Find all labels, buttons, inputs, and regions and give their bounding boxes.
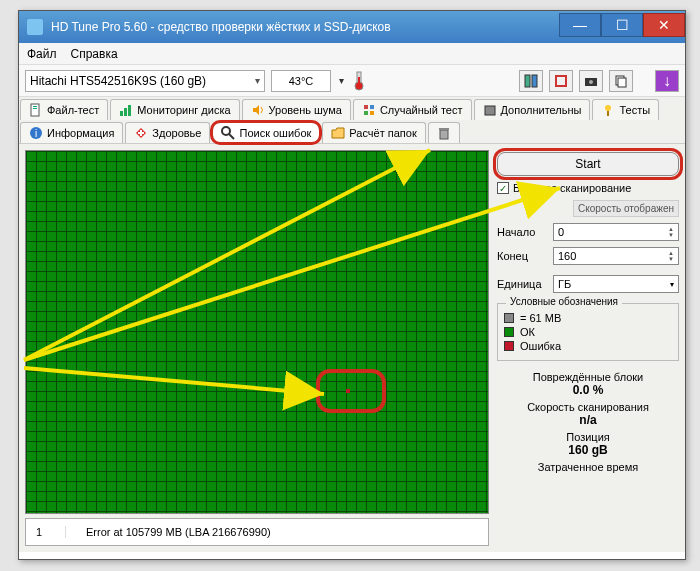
svg-rect-5 xyxy=(556,76,566,86)
menu-help[interactable]: Справка xyxy=(71,47,118,61)
damaged-value: 0.0 % xyxy=(497,383,679,397)
display-speed-button[interactable]: Скорость отображен xyxy=(573,200,679,217)
trash-icon xyxy=(437,126,451,140)
legend-title: Условные обозначения xyxy=(506,296,622,307)
svg-rect-26 xyxy=(138,132,144,134)
svg-line-28 xyxy=(229,134,234,139)
svg-point-27 xyxy=(222,127,230,135)
svg-rect-14 xyxy=(124,108,127,116)
svg-rect-22 xyxy=(607,111,609,116)
svg-rect-2 xyxy=(358,77,360,86)
svg-rect-20 xyxy=(485,106,495,115)
damaged-label: Повреждённые блоки xyxy=(497,371,679,383)
temperature-display: 43°C xyxy=(271,70,331,92)
unit-select[interactable]: ГБ xyxy=(553,275,679,293)
right-panel: Start ✓ Быстрое сканирование Скорость от… xyxy=(497,150,679,546)
svg-rect-17 xyxy=(370,105,374,109)
error-table: 1 Error at 105799 MB (LBA 216676990) xyxy=(25,518,489,546)
left-panel: 1 Error at 105799 MB (LBA 216676990) xyxy=(25,150,489,546)
minimize-button[interactable]: — xyxy=(559,13,601,37)
start-button[interactable]: Start xyxy=(497,152,679,176)
titlebar: HD Tune Pro 5.60 - средство проверки жёс… xyxy=(19,11,685,43)
svg-point-21 xyxy=(605,105,611,111)
scanspeed-value: n/a xyxy=(497,413,679,427)
folder-icon xyxy=(331,126,345,140)
window-title: HD Tune Pro 5.60 - средство проверки жёс… xyxy=(51,20,559,34)
app-icon xyxy=(27,19,43,35)
menubar: Файл Справка xyxy=(19,43,685,65)
menu-file[interactable]: Файл xyxy=(27,47,57,61)
start-input[interactable]: 0▲▼ xyxy=(553,223,679,241)
thermometer-icon xyxy=(352,71,366,91)
legend-box: Условные обозначения = 61 MB ОК Ошибка xyxy=(497,303,679,361)
time-label: Затраченное время xyxy=(497,461,679,473)
end-input[interactable]: 160▲▼ xyxy=(553,247,679,265)
tab-file-test[interactable]: Файл-тест xyxy=(20,99,108,120)
svg-rect-12 xyxy=(33,108,37,109)
close-button[interactable]: ✕ xyxy=(643,13,685,37)
unit-label: Единица xyxy=(497,278,547,290)
quick-scan-checkbox[interactable]: ✓ xyxy=(497,182,509,194)
svg-rect-3 xyxy=(525,75,530,87)
svg-rect-4 xyxy=(532,75,537,87)
tab-info[interactable]: iИнформация xyxy=(20,122,123,143)
toolbar-btn-save[interactable]: ↓ xyxy=(655,70,679,92)
quick-scan-label: Быстрое сканирование xyxy=(513,182,631,194)
error-row-num: 1 xyxy=(26,526,66,538)
maximize-button[interactable]: ☐ xyxy=(601,13,643,37)
tab-bar: Файл-тест Мониторинг диска Уровень шума … xyxy=(19,97,685,144)
legend-block: = 61 MB xyxy=(520,312,561,324)
svg-rect-13 xyxy=(120,111,123,116)
magnifier-icon xyxy=(221,126,235,140)
tab-folders[interactable]: Расчёт папок xyxy=(322,122,425,143)
block-grid xyxy=(25,150,489,514)
svg-point-7 xyxy=(589,80,593,84)
end-label: Конец xyxy=(497,250,547,262)
content-area: 1 Error at 105799 MB (LBA 216676990) Sta… xyxy=(19,144,685,552)
svg-rect-11 xyxy=(33,106,37,107)
highlight-error-oval xyxy=(316,369,386,413)
svg-rect-15 xyxy=(128,105,131,116)
app-window: HD Tune Pro 5.60 - средство проверки жёс… xyxy=(18,10,686,560)
toolbar-btn-2[interactable] xyxy=(549,70,573,92)
toolbar: Hitachi HTS542516K9S (160 gB) 43°C ▾ ↓ xyxy=(19,65,685,97)
tab-health[interactable]: Здоровье xyxy=(125,122,210,143)
svg-rect-10 xyxy=(31,104,39,116)
toolbar-btn-camera[interactable] xyxy=(579,70,603,92)
tab-tests[interactable]: Тесты xyxy=(592,99,659,120)
svg-rect-19 xyxy=(370,111,374,115)
position-value: 160 gB xyxy=(497,443,679,457)
svg-rect-16 xyxy=(364,105,368,109)
tab-monitoring[interactable]: Мониторинг диска xyxy=(110,99,239,120)
temp-dropdown-icon[interactable]: ▾ xyxy=(337,75,346,86)
toolbar-btn-1[interactable] xyxy=(519,70,543,92)
quick-scan-row: ✓ Быстрое сканирование xyxy=(497,182,679,194)
tab-extra[interactable]: Дополнительны xyxy=(474,99,591,120)
legend-ok: ОК xyxy=(520,326,535,338)
error-row-text: Error at 105799 MB (LBA 216676990) xyxy=(66,526,271,538)
svg-rect-9 xyxy=(618,78,626,87)
drive-selector[interactable]: Hitachi HTS542516K9S (160 gB) xyxy=(25,70,265,92)
toolbar-btn-copy[interactable] xyxy=(609,70,633,92)
svg-text:i: i xyxy=(35,128,37,139)
tab-random[interactable]: Случайный тест xyxy=(353,99,472,120)
tab-trash[interactable] xyxy=(428,122,460,143)
svg-rect-30 xyxy=(439,128,449,130)
svg-rect-29 xyxy=(440,130,448,139)
stats-panel: Повреждённые блоки 0.0 % Скорость сканир… xyxy=(497,367,679,473)
svg-rect-18 xyxy=(364,111,368,115)
start-label: Начало xyxy=(497,226,547,238)
legend-error: Ошибка xyxy=(520,340,561,352)
scanspeed-label: Скорость сканирования xyxy=(497,401,679,413)
tab-error-scan[interactable]: Поиск ошибок xyxy=(212,122,320,143)
position-label: Позиция xyxy=(497,431,679,443)
tab-noise[interactable]: Уровень шума xyxy=(242,99,351,120)
